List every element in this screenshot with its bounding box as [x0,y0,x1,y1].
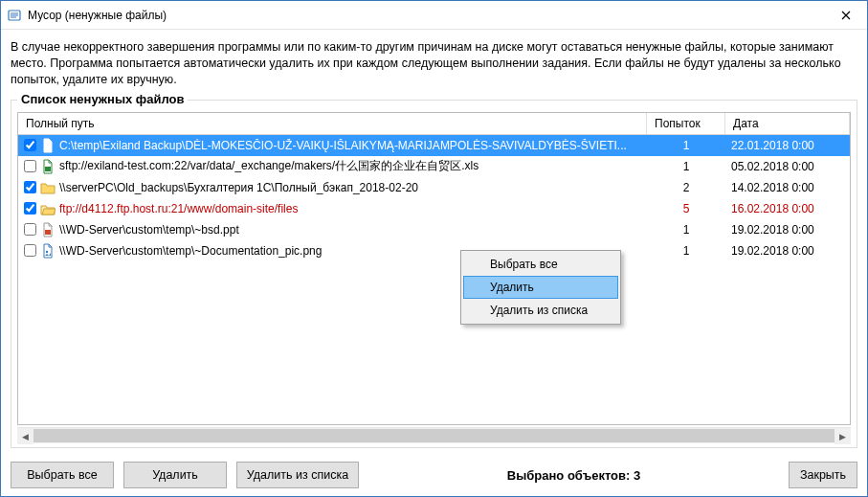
row-attempts: 2 [647,181,725,194]
row-date: 16.02.2018 0:00 [725,202,850,215]
close-button[interactable]: Закрыть [789,462,857,488]
menu-delete[interactable]: Удалить [463,276,618,299]
app-icon [7,8,22,23]
row-checkbox[interactable] [24,181,36,193]
row-path: C:\temp\Exiland Backup\DĖL-MOKESČIO-UŽ-V… [59,139,647,152]
png-icon [40,243,56,259]
row-date: 05.02.2018 0:00 [725,160,850,173]
file-list-group: Список ненужных файлов Полный путь Попыт… [11,100,857,448]
table-row[interactable]: \\WD-Server\custom\temp\~bsd.ppt119.02.2… [18,219,850,240]
file-table: Полный путь Попыток Дата C:\temp\Exiland… [17,112,851,425]
row-attempts: 1 [647,223,725,237]
row-date: 19.02.2018 0:00 [725,244,850,258]
window-close-button[interactable] [824,1,867,30]
row-date: 19.02.2018 0:00 [725,223,850,237]
scroll-right-button[interactable]: ▶ [835,428,851,444]
file-white-icon [40,138,56,153]
scroll-left-button[interactable]: ◀ [17,428,33,444]
context-menu: Выбрать все Удалить Удалить из списка [460,250,621,325]
remove-from-list-button[interactable]: Удалить из списка [236,462,359,488]
window-title: Мусор (ненужные файлы) [28,9,824,22]
table-row[interactable]: \\WD-Server\custom\temp\~Documentation_p… [18,240,850,261]
svg-rect-1 [45,167,51,171]
row-attempts: 1 [647,139,725,152]
titlebar: Мусор (ненужные файлы) [1,1,867,30]
svg-rect-2 [45,230,51,235]
explanation-text: В случае некорректного завершения програ… [11,39,857,88]
content-area: В случае некорректного завершения програ… [1,30,867,454]
scroll-thumb[interactable] [33,429,835,442]
menu-remove-from-list[interactable]: Удалить из списка [463,299,618,322]
row-date: 22.01.2018 0:00 [725,139,850,152]
col-path[interactable]: Полный путь [18,113,647,134]
table-row[interactable]: sftp://exiland-test.com:22/var/data/_exc… [18,156,850,177]
folder-icon [40,180,56,195]
ppt-icon [40,222,56,237]
window: Мусор (ненужные файлы) В случае некоррек… [0,0,868,497]
row-attempts: 1 [647,244,725,258]
row-path: sftp://exiland-test.com:22/var/data/_exc… [59,158,647,174]
row-checkbox[interactable] [24,223,36,236]
table-header: Полный путь Попыток Дата [18,113,850,135]
row-attempts: 1 [647,160,725,173]
row-attempts: 5 [647,202,725,215]
row-path: \\serverPC\Old_backups\Бухгалтерия 1С\По… [59,181,647,194]
menu-select-all[interactable]: Выбрать все [463,253,618,276]
table-row[interactable]: ftp://d4112.ftp.host.ru:21/www/domain-si… [18,198,850,219]
row-date: 14.02.2018 0:00 [725,181,850,194]
delete-button[interactable]: Удалить [123,462,227,488]
svg-point-3 [46,250,48,252]
selection-status: Выбрано объектов: 3 [368,468,779,483]
group-title: Список ненужных файлов [17,92,188,106]
xls-icon [40,159,56,174]
row-checkbox[interactable] [24,244,36,257]
row-checkbox[interactable] [24,160,36,172]
table-row[interactable]: C:\temp\Exiland Backup\DĖL-MOKESČIO-UŽ-V… [18,135,850,156]
table-row[interactable]: \\serverPC\Old_backups\Бухгалтерия 1С\По… [18,177,850,198]
row-checkbox[interactable] [24,202,36,215]
col-date[interactable]: Дата [725,113,850,134]
horizontal-scrollbar[interactable]: ◀ ▶ [17,427,851,443]
row-checkbox[interactable] [24,139,36,151]
folder-open-icon [40,201,56,216]
select-all-button[interactable]: Выбрать все [11,462,114,488]
row-path: ftp://d4112.ftp.host.ru:21/www/domain-si… [59,202,647,215]
table-body: C:\temp\Exiland Backup\DĖL-MOKESČIO-UŽ-V… [18,135,850,424]
footer: Выбрать все Удалить Удалить из списка Вы… [1,454,867,496]
row-path: \\WD-Server\custom\temp\~bsd.ppt [59,223,647,237]
col-attempts[interactable]: Попыток [647,113,725,134]
